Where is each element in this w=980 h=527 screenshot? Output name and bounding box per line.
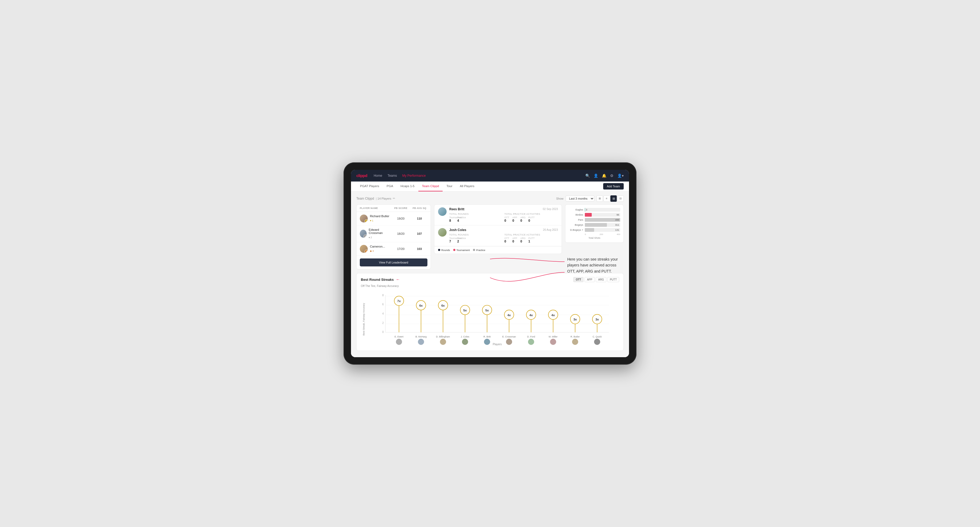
rank-badge-3: 3 (364, 250, 368, 253)
x-label-200: 200 (600, 233, 603, 236)
pb-score-1: 19/20 (390, 217, 412, 220)
annotation-text: Here you can see streaks your players ha… (567, 256, 620, 274)
bell-icon[interactable]: 🔔 (602, 173, 606, 178)
tournament-label-1: Tournament (449, 216, 455, 219)
tournament-legend: Tournament (457, 249, 470, 252)
leaderboard-row[interactable]: 1 Richard Butler ♥ 1 19/20 110 (356, 212, 431, 225)
x-label-400: 400 (617, 233, 620, 236)
svg-text:4: 4 (382, 312, 384, 315)
sub-nav-all-players[interactable]: All Players (456, 181, 478, 191)
svg-text:C. Quick: C. Quick (593, 335, 602, 338)
card-name-2: Josh Coles (449, 228, 466, 232)
pb-score-3: 17/20 (390, 247, 412, 251)
x-label-0: 0 (585, 233, 586, 236)
player-cards-card: Rees Britt 02 Sep 2023 Total Rounds Tour… (434, 205, 562, 254)
view-leaderboard-button[interactable]: View Full Leaderboard (360, 259, 428, 267)
rank-badge-1: 1 (364, 219, 368, 222)
svg-text:5x: 5x (485, 309, 489, 312)
settings-icon[interactable]: ⚙ (610, 173, 614, 178)
y-axis-label: Best Streak, Fairway Accuracy (361, 292, 365, 347)
card-name-row-1: Rees Britt 02 Sep 2023 (449, 207, 558, 211)
svg-point-50 (550, 339, 556, 345)
svg-text:4x: 4x (530, 313, 533, 316)
nav-home[interactable]: Home (374, 173, 382, 179)
add-team-button[interactable]: Add Team (603, 183, 624, 189)
player-card-1: Rees Britt 02 Sep 2023 Total Rounds Tour… (434, 205, 562, 225)
bar-row-birdies: Birdies 96 (568, 213, 620, 217)
streaks-arrow-icon: ← (396, 277, 400, 282)
svg-text:Players: Players (493, 343, 502, 346)
user-icon[interactable]: 👤 (593, 173, 598, 178)
show-label: Show (556, 197, 563, 200)
svg-text:J. Coles: J. Coles (461, 335, 469, 338)
player-cards-panel: Rees Britt 02 Sep 2023 Total Rounds Tour… (434, 205, 562, 269)
ott-val-1: 0 (504, 219, 510, 222)
bar-row-dbogeys: D.Bogeys + 131 (568, 228, 620, 232)
filter-view-btn[interactable]: ⊟ (617, 195, 624, 202)
table-view-btn[interactable]: ▤ (610, 195, 617, 202)
sub-nav-pgat[interactable]: PGAT Players (356, 181, 383, 191)
total-rounds-label-2: Total Rounds (449, 233, 503, 236)
rounds-label: Rounds (441, 249, 450, 252)
ott-label-1: OTT (504, 216, 510, 219)
period-select[interactable]: Last 3 months (566, 195, 594, 202)
sub-nav-team-clippd[interactable]: Team Clippd (418, 181, 443, 191)
svg-text:D. Ford: D. Ford (527, 335, 535, 338)
tournament-val-1: 8 (449, 219, 455, 222)
edit-icon[interactable]: ✏ (393, 197, 395, 200)
practice-sublabel-2: Practice (457, 237, 463, 240)
list-view-btn[interactable]: ≡ (603, 195, 610, 202)
svg-point-25 (440, 339, 446, 345)
bar-value-birdies: 96 (616, 213, 619, 216)
leaderboard-card: PLAYER NAME PB SCORE PB AVG SQ 1 (356, 205, 431, 269)
sub-nav-pga[interactable]: PGA (383, 181, 397, 191)
profile-icon[interactable]: 👤▾ (617, 173, 624, 178)
bar-label-eagles: Eagles (568, 208, 583, 211)
player-name-3: Cameron... (370, 245, 385, 248)
arg-label-2: ARG (520, 237, 526, 240)
practice-activities-group-1: Total Practice Activities OTT APP ARG PU… (504, 213, 558, 222)
svg-text:3x: 3x (573, 318, 577, 321)
arg-btn[interactable]: ARG (596, 277, 606, 282)
bar-fill-eagles (585, 208, 585, 211)
ott-btn[interactable]: OTT (573, 277, 584, 282)
bar-fill-bogeys (585, 223, 607, 227)
total-rounds-group-1: Total Rounds Tournament Practice 8 (449, 213, 503, 222)
arg-label-1: ARG (520, 216, 526, 219)
svg-text:E. Ewert: E. Ewert (395, 335, 403, 338)
leaderboard-row[interactable]: 2 Edward Crossman ♦ 2 18/20 107 (356, 225, 431, 242)
avatar-1: 1 (360, 214, 368, 222)
putt-label-1: PUTT (528, 216, 534, 219)
total-rounds-group-2: Total Rounds Tournament Practice 7 (449, 233, 503, 243)
bar-fill-birdies (585, 213, 592, 217)
bar-track-pars: 499 (585, 218, 620, 222)
app-label-1: APP (512, 216, 518, 219)
main-content: Team Clippd | 14 Players ✏ Show Last 3 m… (351, 192, 629, 357)
leaderboard-header: PLAYER NAME PB SCORE PB AVG SQ (356, 205, 431, 212)
card-avatar-1 (438, 207, 447, 216)
ott-label-2: OTT (504, 237, 510, 240)
sub-nav: PGAT Players PGA Hcaps 1-5 Team Clippd T… (351, 181, 629, 192)
svg-text:6x: 6x (419, 304, 423, 307)
card-content-1: Rees Britt 02 Sep 2023 Total Rounds Tour… (449, 207, 558, 222)
streaks-svg: 8 6 4 2 0 (365, 292, 619, 346)
bar-value-eagles: 3 (586, 208, 587, 211)
app-btn[interactable]: APP (584, 277, 595, 282)
bar-chart-card: Eagles 3 Birdies (565, 205, 624, 243)
nav-teams[interactable]: Teams (387, 173, 397, 179)
sub-nav-tour[interactable]: Tour (442, 181, 456, 191)
svg-text:6: 6 (382, 303, 384, 306)
svg-point-55 (572, 339, 578, 345)
bar-label-birdies: Birdies (568, 213, 583, 216)
streaks-chart-area: 8 6 4 2 0 (365, 292, 619, 347)
grid-view-btn[interactable]: ⊞ (597, 195, 603, 202)
leaderboard-row[interactable]: 3 Cameron... ◆ 3 17/20 103 (356, 242, 431, 256)
arg-val-1: 0 (520, 219, 526, 222)
search-icon[interactable]: 🔍 (585, 173, 590, 178)
team-title: Team Clippd | 14 Players (356, 197, 391, 200)
putt-btn[interactable]: PUTT (608, 277, 619, 282)
nav-my-performance[interactable]: My Performance (402, 173, 426, 179)
nav-links: Home Teams My Performance (374, 173, 579, 179)
bar-value-dbogeys: 131 (615, 229, 619, 231)
sub-nav-hcaps[interactable]: Hcaps 1-5 (397, 181, 418, 191)
